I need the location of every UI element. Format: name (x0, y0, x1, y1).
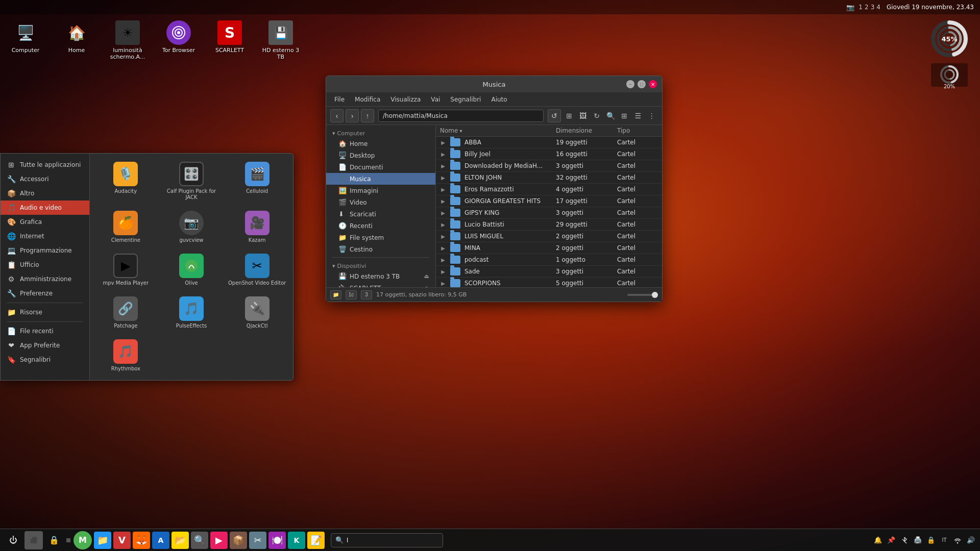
path-bar[interactable]: /home/mattia/Musica (378, 110, 544, 122)
cat-recent-files[interactable]: 📄 File recenti (1, 324, 89, 338)
taskbar-search-bar[interactable]: 🔍 (331, 533, 443, 547)
sidebar-item-music[interactable]: 🎵 Musica (326, 173, 435, 185)
lock-button[interactable]: 🔒 (45, 531, 63, 549)
status-btn-3[interactable]: 3 (361, 290, 372, 299)
desktop-icon-hd[interactable]: 💾 HD esterno 3TB (260, 20, 301, 60)
mint-logo[interactable]: M (74, 531, 92, 549)
workspace-1[interactable]: 1 (859, 4, 863, 11)
sidebar-item-desktop[interactable]: 🖥️ Desktop (326, 149, 435, 161)
menu-icon[interactable]: ⋮ (646, 110, 658, 122)
taskbar-app3[interactable]: 📦 (230, 532, 247, 549)
power-button[interactable]: ⏻ (4, 531, 22, 549)
desktop-icon-scarlett[interactable]: S SCARLETT (209, 20, 250, 60)
language-tray[interactable]: IT (939, 535, 949, 545)
file-row[interactable]: ▶ podcast 1 oggetto Cartel (436, 254, 662, 266)
file-row[interactable]: ▶ Billy Joel 16 oggetti Cartel (436, 148, 662, 160)
sidebar-item-downloads[interactable]: ⬇️ Scaricati (326, 208, 435, 220)
workspace-3[interactable]: 3 (871, 4, 875, 11)
taskbar-app4[interactable]: ✂ (249, 532, 266, 549)
cat-office[interactable]: 📋 Ufficio (1, 258, 89, 272)
file-row[interactable]: ▶ Lucio Battisti 29 oggetti Cartel (436, 219, 662, 231)
desktop-icon-tor[interactable]: Tor Browser (158, 20, 199, 60)
sidebar-item-home[interactable]: 🏠 Home (326, 138, 435, 149)
zoom-slider[interactable] (627, 294, 658, 296)
desktop-icon-home[interactable]: 🏠 Home (56, 20, 97, 60)
file-row[interactable]: ▶ GIORGIA GREATEST HITS 17 oggetti Carte… (436, 195, 662, 207)
taskbar-app6[interactable]: K (288, 532, 305, 549)
taskbar-office[interactable]: A (152, 532, 169, 549)
taskbar-vivaldi[interactable]: V (113, 532, 131, 549)
up-button[interactable]: ↑ (361, 109, 374, 122)
app-kazam[interactable]: 🎥 Kazam (225, 207, 289, 247)
lock-tray[interactable]: 🔒 (926, 535, 936, 545)
file-row[interactable]: ▶ ELTON JOHN 32 oggetti Cartel (436, 172, 662, 184)
eject-hd-btn[interactable]: ⏏ (424, 273, 429, 280)
sidebar-item-filesystem[interactable]: 📁 File system (326, 232, 435, 243)
taskbar-finder[interactable]: 📂 (172, 532, 189, 549)
back-button[interactable]: ‹ (330, 109, 344, 122)
file-row[interactable]: ▶ LUIS MIGUEL 2 oggetti Cartel (436, 231, 662, 242)
workspace-2[interactable]: 2 (865, 4, 869, 11)
printer-tray[interactable]: 🖨️ (913, 535, 923, 545)
workspace-switcher[interactable]: 1 2 3 4 (859, 4, 880, 11)
file-row[interactable]: ▶ Downloaded by MediaH... 3 oggetti Cart… (436, 160, 662, 172)
forward-button[interactable]: › (346, 109, 359, 122)
menu-file[interactable]: File (330, 95, 349, 104)
notifications-tray[interactable]: 🔔 (873, 535, 883, 545)
minimize-button[interactable]: − (626, 80, 634, 88)
cat-graphics[interactable]: 🎨 Grafica (1, 215, 89, 229)
cat-audio-video[interactable]: 🎵 Audio e video (1, 201, 89, 215)
reload-button[interactable]: ↺ (548, 109, 561, 122)
bluetooth-tray[interactable] (899, 535, 910, 545)
cat-other[interactable]: 📦 Altro (1, 186, 89, 201)
new-file-btn[interactable]: 1c (346, 290, 357, 299)
menu-segnalibri[interactable]: Segnalibri (446, 95, 485, 104)
search-input[interactable] (347, 537, 438, 544)
cat-resources[interactable]: 📁 Risorse (1, 305, 89, 319)
app-clementine[interactable]: 🍊 Clementine (94, 207, 158, 247)
file-row[interactable]: ▶ SCORPIONS 5 oggetti Cartel (436, 278, 662, 287)
grid-view-icon[interactable]: ⊞ (618, 110, 630, 122)
app-pulseeffects[interactable]: 🎵 PulseEffects (160, 292, 224, 333)
sidebar-item-scarlett[interactable]: 🔌 SCARLETT ⏏ (326, 282, 435, 287)
app-calf-plugin[interactable]: 🎛️ Calf Plugin Pack for JACK (160, 158, 224, 205)
folder-btn[interactable]: 📁 (330, 290, 341, 299)
new-folder-icon[interactable]: ⊞ (563, 110, 575, 122)
file-row[interactable]: ▶ GIPSY KING 3 oggetti Cartel (436, 207, 662, 219)
cat-bookmarks[interactable]: 🔖 Segnalibri (1, 353, 89, 367)
maximize-button[interactable]: □ (638, 80, 646, 88)
refresh-icon[interactable]: ↻ (591, 110, 603, 122)
file-row[interactable]: ▶ Eros Ramazzotti 4 oggetti Cartel (436, 184, 662, 195)
col-size[interactable]: Dimensione (556, 127, 617, 134)
menu-vai[interactable]: Vai (427, 95, 444, 104)
workspace-4[interactable]: 4 (876, 4, 880, 11)
menu-aiuto[interactable]: Aiuto (487, 95, 511, 104)
sidebar-item-documents[interactable]: 📄 Documenti (326, 161, 435, 173)
taskbar-firefox[interactable]: 🦊 (133, 532, 150, 549)
image-view-icon[interactable]: 🖼 (577, 110, 589, 122)
cat-accessories[interactable]: 🔧 Accessori (1, 172, 89, 186)
taskbar-files[interactable]: 📁 (94, 532, 111, 549)
taskbar-app5[interactable]: 🍽️ (268, 532, 286, 549)
file-row[interactable]: ▶ Sade 3 oggetti Cartel (436, 266, 662, 278)
app-celluloid[interactable]: 🎬 Celluloid (225, 158, 289, 205)
close-button[interactable]: ✕ (649, 80, 657, 88)
app-guvcview[interactable]: 📷 guvcview (160, 207, 224, 247)
col-type[interactable]: Tipo (617, 127, 658, 134)
desktop-icon-computer[interactable]: 🖥️ Computer (5, 20, 46, 60)
cat-programming[interactable]: 💻 Programmazione (1, 243, 89, 258)
volume-tray[interactable]: 🔊 (966, 535, 976, 545)
search-icon[interactable]: 🔍 (604, 110, 617, 122)
sidebar-item-images[interactable]: 🖼️ Immagini (326, 185, 435, 196)
eject-scarlett-btn[interactable]: ⏏ (424, 285, 429, 287)
app-mpv[interactable]: ▶️ mpv Media Player (94, 249, 158, 290)
col-name[interactable]: Nome ▾ (440, 127, 556, 134)
file-row[interactable]: ▶ ABBA 19 oggetti Cartel (436, 137, 662, 148)
taskbar-sticky[interactable]: 📝 (307, 532, 325, 549)
desktop-icon-luminosity[interactable]: ☀️ luminositàschermo.A... (107, 20, 148, 60)
list-view-icon[interactable]: ☰ (632, 110, 644, 122)
cat-admin[interactable]: ⚙️ Amministrazione (1, 272, 89, 286)
app-openshot[interactable]: ✂️ OpenShot Video Editor (225, 249, 289, 290)
app-qjackctl[interactable]: 🔌 QjackCtl (225, 292, 289, 333)
cat-fav-apps[interactable]: ❤️ App Preferite (1, 338, 89, 353)
